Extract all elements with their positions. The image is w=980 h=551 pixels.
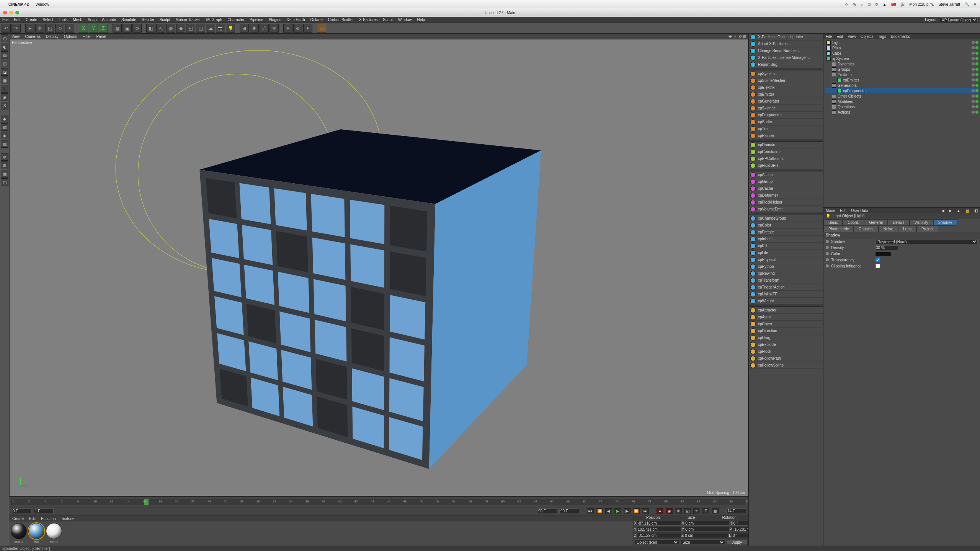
menu-item[interactable]: Octane (310, 18, 322, 22)
xp-item[interactable]: xpDrag (749, 334, 823, 341)
attr-tab[interactable]: Coord. (843, 219, 864, 226)
tree-row[interactable]: Generators (825, 83, 978, 88)
attr-lock-icon[interactable]: 🔒 (965, 209, 970, 213)
next-key-button[interactable]: ⏩ (633, 508, 640, 514)
xp-item[interactable]: xpFluidSPH (749, 162, 823, 169)
xp-item[interactable]: xpRewind (749, 270, 823, 277)
menubar-icon[interactable]: ↻ (875, 2, 878, 7)
menu-item[interactable]: Dem Earth (287, 18, 305, 22)
objmgr-menu[interactable]: Edit (836, 34, 843, 39)
xp-item[interactable]: xpColor (749, 222, 823, 229)
material-item[interactable]: Mat (28, 523, 44, 544)
viewport-nav-icon[interactable]: ⊞ (743, 34, 746, 39)
material-item[interactable]: Mat.2 (46, 523, 62, 544)
xp-item[interactable]: xpFollowPath (749, 355, 823, 362)
xp-item[interactable]: xpWeight (749, 298, 823, 305)
snap-mode[interactable]: ◉ (1, 93, 8, 101)
to-start-button[interactable]: ⏮ (587, 508, 594, 514)
array-button[interactable]: ◰ (186, 24, 195, 33)
menu-item[interactable]: Carbon Scatter (328, 18, 354, 22)
menu-item[interactable]: Create (26, 18, 37, 22)
tree-row[interactable]: Other Objects (825, 93, 978, 99)
param-anim-dot[interactable] (826, 258, 829, 261)
xp-item[interactable]: xpTransform (749, 277, 823, 284)
menu-item[interactable]: File (2, 18, 8, 22)
xp-item[interactable]: xpEmitter (749, 91, 823, 98)
content-browser-button[interactable]: ▭ (317, 24, 326, 33)
last-tool[interactable]: ✦ (65, 24, 74, 33)
tool4[interactable]: ▧ (1, 140, 8, 148)
menu-item[interactable]: Help (417, 18, 425, 22)
attr-nav-back[interactable]: ◀ (941, 209, 944, 213)
poly-mode[interactable]: ◪ (1, 68, 8, 76)
density-input[interactable] (875, 245, 898, 250)
menubar-icon[interactable]: ⊡ (867, 2, 871, 7)
size-input[interactable] (684, 533, 729, 538)
objmgr-menu[interactable]: Objects (861, 34, 874, 39)
xp-item[interactable]: xpDeformer (749, 192, 823, 199)
mat-menu[interactable]: Edit (29, 517, 36, 521)
xp-item[interactable]: Report Bug... (749, 61, 823, 68)
pos-input[interactable] (637, 521, 682, 526)
user-name[interactable]: Steve Jarratt (938, 2, 960, 7)
key-param-button[interactable]: P (702, 508, 709, 514)
view-menu[interactable]: Display (46, 34, 59, 39)
clipping-checkbox[interactable] (875, 264, 880, 268)
tree-row[interactable]: Groups (825, 67, 978, 72)
menu-item[interactable]: MoGraph (206, 18, 222, 22)
xp-item[interactable]: xpDomain (749, 142, 823, 148)
menubar-icon[interactable]: ◎ (853, 2, 856, 7)
menu-item[interactable]: Select (42, 18, 53, 22)
menu-item[interactable]: Plugins (269, 18, 281, 22)
camera-button[interactable]: 📷 (216, 24, 225, 33)
xp-item[interactable]: xpGenerator (749, 98, 823, 105)
autokey-button[interactable]: ◉ (666, 508, 673, 514)
environment-button[interactable]: ☁ (206, 24, 215, 33)
menu-item[interactable]: Character (227, 18, 244, 22)
key-rot-button[interactable]: ⟲ (693, 508, 700, 514)
next-frame-button[interactable]: ▶ (624, 508, 630, 514)
xp-item[interactable]: xpPython (749, 263, 823, 270)
tool2[interactable]: ▨ (1, 123, 8, 131)
render-settings-button[interactable]: ⚙ (132, 24, 142, 33)
menu-item[interactable]: Tools (59, 18, 67, 22)
frame-start[interactable] (11, 509, 31, 514)
xp-item[interactable]: xpConstraints (749, 148, 823, 155)
prev-key-button[interactable]: ⏪ (596, 508, 603, 514)
menu-icon[interactable]: ≡ (974, 2, 976, 7)
xp-item[interactable]: X-Particles Online Updater (749, 34, 823, 41)
xp-item[interactable]: xpGroup (749, 178, 823, 185)
menu-item[interactable]: Window (398, 18, 412, 22)
dynamics-button[interactable]: ⬡ (260, 24, 269, 33)
tree-row[interactable]: Questions (825, 104, 978, 109)
tree-row[interactable]: Cube (825, 51, 978, 56)
xp-item[interactable]: xpPhysical (749, 256, 823, 263)
pos-input[interactable] (636, 533, 681, 538)
xp-item[interactable]: xpSprite (749, 119, 823, 126)
xp-item[interactable]: xpVolumeEmit (749, 206, 823, 213)
tool6[interactable]: ⊞ (1, 161, 8, 169)
menu-item[interactable]: Script (383, 18, 393, 22)
minimize-icon[interactable] (9, 11, 13, 15)
xp-item[interactable]: xpKill (749, 243, 823, 249)
viewport-nav-icon[interactable]: ⟲ (738, 34, 742, 39)
attr-menu[interactable]: User Data (851, 209, 868, 213)
viewport-nav-icon[interactable]: ✥ (728, 34, 732, 39)
xp-item[interactable]: xpLife (749, 249, 823, 256)
tool1[interactable]: ◆ (1, 115, 8, 122)
timeline-ruler[interactable]: 0246810121416182022242628303234363840424… (9, 496, 748, 507)
search-icon[interactable]: 🔍 (965, 2, 969, 7)
xp-item[interactable]: xpFollowSpline (749, 362, 823, 369)
scale-tool[interactable]: ◱ (45, 24, 54, 33)
objmgr-menu[interactable]: View (848, 34, 856, 39)
xp-item[interactable]: xpFlock (749, 348, 823, 355)
xp-item[interactable]: xpElektrix (749, 84, 823, 91)
mat-menu[interactable]: Texture (61, 517, 74, 521)
close-icon[interactable] (3, 11, 7, 15)
tool3[interactable]: ◈ (1, 132, 8, 139)
frame-in[interactable] (34, 509, 54, 514)
xp-item[interactable]: xpCache (749, 185, 823, 192)
app-name[interactable]: CINEMA 4D (8, 2, 29, 7)
y-axis-lock[interactable]: Y (89, 24, 98, 33)
undo-button[interactable]: ↶ (2, 24, 11, 33)
